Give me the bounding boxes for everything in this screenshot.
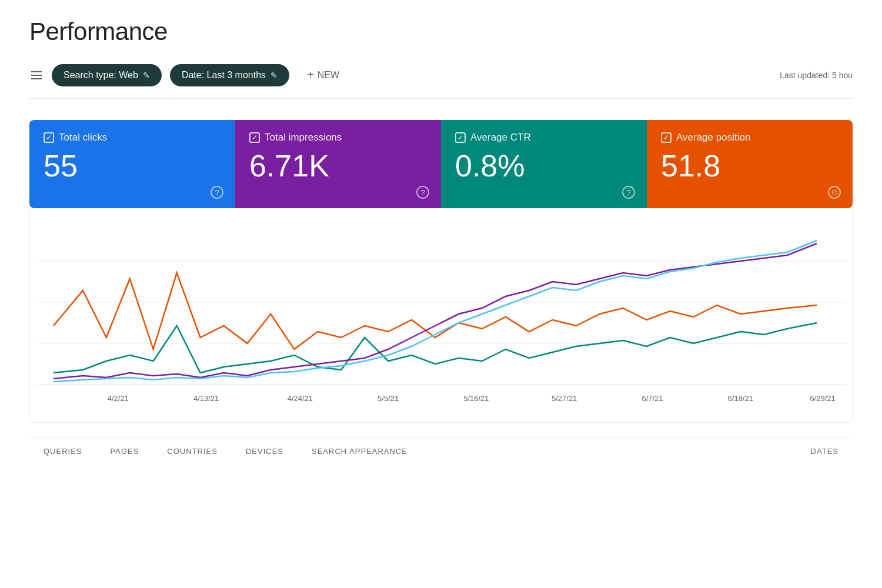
metric-label-impressions: Total impressions (265, 132, 342, 143)
svg-text:4/2/21: 4/2/21 (108, 394, 129, 403)
metric-label-clicks: Total clicks (59, 132, 107, 143)
svg-text:6/18/21: 6/18/21 (728, 394, 753, 403)
new-button[interactable]: + NEW (298, 62, 349, 88)
metric-value-clicks: 55 (44, 149, 221, 183)
metric-card-average-ctr[interactable]: ✓ Average CTR 0.8% ? (441, 120, 647, 208)
page-title: Performance (29, 18, 853, 46)
svg-text:5/16/21: 5/16/21 (463, 394, 489, 403)
metric-label-ctr: Average CTR (470, 132, 531, 143)
chart-svg: 4/2/21 4/13/21 4/24/21 5/5/21 5/16/21 5/… (36, 220, 846, 408)
metric-label-row-ctr: ✓ Average CTR (455, 132, 633, 143)
tab-dates[interactable]: DATES (797, 437, 853, 465)
filter-icon[interactable] (29, 68, 44, 82)
metrics-row: ✓ Total clicks 55 ? ✓ Total impressions … (29, 120, 853, 208)
bottom-tabs-container: QUERIES PAGES COUNTRIES DEVICES SEARCH A… (29, 437, 853, 465)
tab-devices[interactable]: DEVICES (232, 437, 298, 465)
svg-text:6/7/21: 6/7/21 (642, 394, 663, 403)
metric-card-total-impressions[interactable]: ✓ Total impressions 6.71K ? (235, 120, 441, 208)
metric-checkbox-ctr[interactable]: ✓ (455, 132, 466, 143)
metric-value-ctr: 0.8% (455, 149, 633, 183)
metric-checkbox-position[interactable]: ✓ (661, 132, 671, 143)
svg-text:4/24/21: 4/24/21 (288, 394, 313, 403)
date-button[interactable]: Date: Last 3 months ✎ (170, 64, 289, 86)
metric-checkbox-impressions[interactable]: ✓ (249, 132, 260, 143)
tab-pages[interactable]: PAGES (96, 437, 153, 465)
metric-label-row: ✓ Total clicks (44, 132, 221, 143)
metric-card-total-clicks[interactable]: ✓ Total clicks 55 ? (29, 120, 235, 208)
metric-label-row-position: ✓ Average position (661, 132, 838, 143)
metric-help-ctr[interactable]: ? (622, 186, 635, 199)
chart-container: 4/2/21 4/13/21 4/24/21 5/5/21 5/16/21 5/… (29, 208, 853, 423)
svg-text:5/27/21: 5/27/21 (552, 394, 577, 403)
page-container: Performance Search type: Web ✎ Date: Las… (0, 0, 882, 588)
edit-icon-date: ✎ (270, 71, 278, 80)
last-updated-text: Last updated: 5 hou (780, 71, 853, 80)
edit-icon: ✎ (143, 71, 150, 80)
toolbar: Search type: Web ✎ Date: Last 3 months ✎… (29, 62, 853, 99)
metric-checkbox-clicks[interactable]: ✓ (44, 132, 54, 143)
plus-icon: + (307, 68, 314, 82)
metric-help-position[interactable]: ⏲ (828, 186, 841, 199)
svg-text:4/13/21: 4/13/21 (193, 394, 219, 403)
metric-help-impressions[interactable]: ? (416, 186, 429, 199)
metric-card-average-position[interactable]: ✓ Average position 51.8 ⏲ (647, 120, 853, 208)
search-type-button[interactable]: Search type: Web ✎ (52, 64, 162, 86)
svg-text:5/5/21: 5/5/21 (377, 394, 399, 403)
metric-value-position: 51.8 (661, 149, 838, 183)
tab-countries[interactable]: COUNTRIES (153, 437, 232, 465)
tab-search-appearance[interactable]: SEARCH APPEARANCE (298, 437, 422, 465)
metric-value-impressions: 6.71K (249, 149, 427, 183)
metric-label-position: Average position (676, 132, 750, 143)
tab-queries[interactable]: QUERIES (29, 437, 96, 465)
metric-help-clicks[interactable]: ? (211, 186, 223, 199)
svg-text:6/29/21: 6/29/21 (810, 394, 835, 403)
metric-label-row-impressions: ✓ Total impressions (249, 132, 427, 143)
